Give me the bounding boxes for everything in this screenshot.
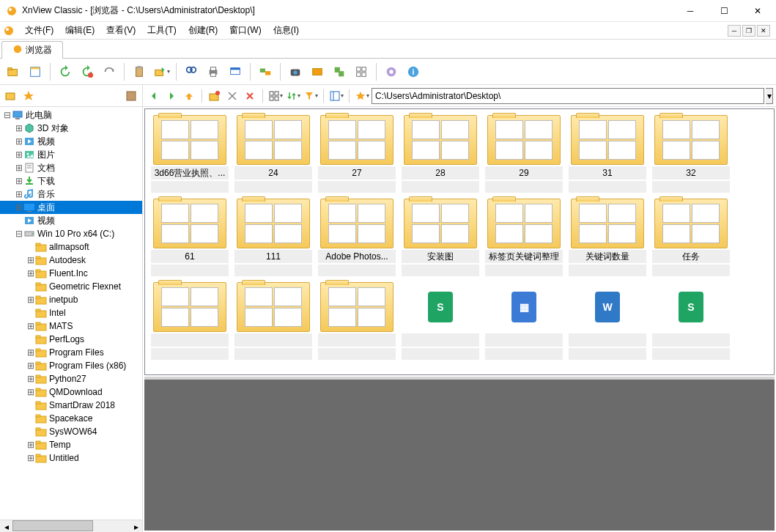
thumbnail-item[interactable]: Adobe Photos... [318, 199, 396, 276]
tree-item[interactable]: ⊞Fluent.Inc [0, 267, 142, 280]
tree-expander[interactable]: ⊟ [15, 229, 23, 239]
tree-expander[interactable]: ⊞ [26, 440, 35, 450]
tree-tab-categories[interactable] [123, 88, 139, 104]
tree-item[interactable]: Spacekace [0, 412, 142, 425]
menu-window[interactable]: 窗口(W) [223, 23, 267, 38]
folder-tree[interactable]: ⊟此电脑⊞3D 对象⊞视频⊞图片⊞文档⊞下载⊞音乐⊞桌面视频⊟Win 10 Pr… [0, 107, 142, 520]
tree-item[interactable]: SysWOW64 [0, 425, 142, 438]
rotate-button[interactable] [99, 62, 119, 82]
tree-expander[interactable]: ⊞ [15, 176, 23, 186]
nav-back[interactable] [146, 88, 162, 104]
tree-expander[interactable]: ⊞ [15, 163, 23, 173]
thumbnail-item[interactable]: 3d66营业执照、... [151, 115, 229, 193]
tree-item[interactable]: allmapsoft [0, 240, 142, 254]
thumbnail-item[interactable]: 安装图 [402, 199, 479, 276]
tree-expander[interactable]: ⊞ [26, 347, 35, 358]
minimize-button[interactable]: ─ [673, 0, 707, 22]
tree-expander[interactable]: ⊞ [15, 136, 23, 147]
tree-tab-favorites[interactable] [21, 88, 37, 104]
address-bar[interactable] [372, 88, 764, 104]
thumbnail-item[interactable]: 任务 [652, 199, 730, 276]
thumbnail-item[interactable] [318, 282, 396, 360]
refresh-stop-button[interactable] [77, 62, 97, 82]
tree-expander[interactable]: ⊞ [26, 453, 35, 463]
thumbnail-item[interactable]: 31 [569, 115, 646, 193]
tree-tab-folders[interactable] [3, 88, 19, 104]
tree-item[interactable]: ⊞Autodesk [0, 254, 142, 267]
tree-item[interactable]: ⊞MATS [0, 319, 142, 333]
tree-item[interactable]: ⊞Untitled [0, 451, 142, 465]
nav-favorite[interactable]: ▾ [354, 88, 370, 104]
tree-item[interactable]: ⊞图片 [0, 148, 142, 161]
tree-item[interactable]: ⊞桌面 [0, 201, 142, 214]
grid-button[interactable] [351, 62, 372, 82]
tree-item[interactable]: ⊞QMDownload [0, 385, 142, 399]
tree-expander[interactable]: ⊞ [26, 361, 35, 371]
menu-file[interactable]: 文件(F) [19, 23, 59, 38]
tree-item[interactable]: ⊞文档 [0, 161, 142, 174]
tab-browser[interactable]: 浏览器 [1, 41, 63, 59]
tree-item[interactable]: ⊞Program Files (x86) [0, 359, 142, 372]
nav-forward[interactable] [163, 88, 180, 104]
tree-item[interactable]: ⊞Python27 [0, 372, 142, 385]
maximize-button[interactable]: ☐ [707, 0, 741, 22]
close-button[interactable]: ✕ [741, 0, 775, 22]
tree-item[interactable]: ⊞inetpub [0, 293, 142, 306]
thumbnail-view[interactable]: 3d66营业执照、...24272829313261111Adobe Photo… [144, 108, 775, 375]
tree-item[interactable]: PerfLogs [0, 333, 142, 346]
menu-create[interactable]: 创建(R) [182, 23, 224, 38]
export-button[interactable]: ▾ [151, 62, 171, 82]
fullscreen-button[interactable] [25, 62, 45, 82]
search-button[interactable] [181, 62, 202, 82]
tree-item[interactable]: ⊞Program Files [0, 346, 142, 359]
tree-item[interactable]: ⊟Win 10 Pro x64 (C:) [0, 227, 142, 240]
mdi-restore[interactable]: ❐ [742, 25, 755, 37]
thumbnail-item[interactable]: 111 [234, 199, 312, 276]
open-button[interactable] [3, 62, 23, 82]
tree-expander[interactable]: ⊞ [15, 189, 23, 199]
scanner-button[interactable] [307, 62, 328, 82]
nav-layout[interactable]: ▾ [328, 88, 344, 104]
tree-item[interactable]: 视频 [0, 214, 142, 227]
tree-expander[interactable]: ⊞ [15, 202, 23, 213]
tree-expander[interactable]: ⊞ [15, 149, 23, 160]
nav-cut[interactable] [224, 88, 240, 104]
tree-item[interactable]: Intel [0, 306, 142, 319]
nav-filter[interactable]: ▾ [303, 88, 319, 104]
clipboard-button[interactable] [129, 62, 149, 82]
thumbnail-item[interactable]: 关键词数量 [569, 199, 646, 276]
menu-tools[interactable]: 工具(T) [141, 23, 182, 38]
tree-expander[interactable]: ⊞ [26, 295, 35, 305]
mdi-close[interactable]: ✕ [757, 25, 770, 37]
thumbnail-item[interactable]: S [402, 282, 479, 360]
tree-item[interactable]: ⊟此电脑 [0, 108, 142, 122]
tree-item[interactable]: Geometric Flexnet [0, 280, 142, 293]
print-button[interactable] [203, 62, 223, 82]
nav-sort[interactable]: ▾ [285, 88, 301, 104]
thumbnail-item[interactable]: ▦ [485, 282, 563, 360]
thumbnail-item[interactable]: 24 [234, 115, 312, 193]
nav-delete[interactable] [242, 88, 258, 104]
refresh-button[interactable] [55, 62, 75, 82]
tree-item[interactable]: ⊞Temp [0, 438, 142, 451]
address-dropdown[interactable]: ▾ [766, 88, 773, 104]
thumbnail-item[interactable]: 27 [318, 115, 396, 193]
menu-edit[interactable]: 编辑(E) [59, 23, 100, 38]
thumbnail-item[interactable]: W [569, 282, 646, 360]
address-input[interactable] [375, 91, 761, 101]
scroll-thumb[interactable] [12, 520, 93, 531]
thumbnail-item[interactable] [151, 282, 229, 360]
slideshow-button[interactable] [225, 62, 245, 82]
menu-view[interactable]: 查看(V) [100, 23, 141, 38]
mdi-minimize[interactable]: ─ [728, 25, 741, 37]
tree-expander[interactable]: ⊞ [15, 123, 23, 133]
info-button[interactable]: i [403, 62, 424, 82]
tree-item[interactable]: ⊞3D 对象 [0, 122, 142, 135]
tree-item[interactable]: ⊞下载 [0, 174, 142, 188]
tree-item[interactable]: SmartDraw 2018 [0, 399, 142, 412]
thumbnail-item[interactable]: 32 [652, 115, 730, 193]
tree-item[interactable]: ⊞音乐 [0, 188, 142, 201]
tree-item[interactable]: ⊞视频 [0, 135, 142, 148]
tree-expander[interactable]: ⊞ [26, 321, 35, 331]
convert-button[interactable] [255, 62, 276, 82]
